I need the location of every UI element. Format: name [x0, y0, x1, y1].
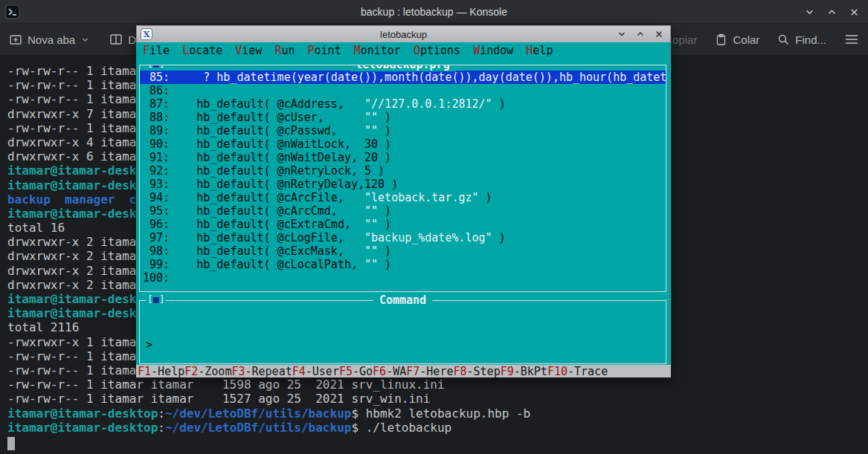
debugger-titlebar[interactable]: X letobackup — [136, 25, 671, 42]
menu-options[interactable]: Options — [414, 44, 460, 57]
paste-label: Colar — [733, 33, 759, 46]
split-view-icon — [109, 33, 123, 46]
search-icon — [777, 33, 790, 46]
debugger-menubar: FileLocateViewRunPointMonitorOptionsWind… — [136, 42, 671, 59]
paste-button[interactable]: Colar — [715, 33, 759, 46]
close-icon[interactable] — [849, 7, 859, 17]
source-line[interactable]: 93: hb_default( @nRetryDelay,120 ) — [140, 178, 666, 191]
debugger-window-title: letobackup — [137, 29, 670, 40]
fkey-f6[interactable]: F6-WA — [373, 365, 406, 377]
source-line[interactable]: 98: hb_default( @cExcMask, "" ) — [140, 244, 666, 258]
command-window-title: Command — [373, 294, 432, 307]
menu-window[interactable]: Window — [473, 44, 513, 57]
fkey-f9[interactable]: F9-BkPt — [501, 365, 547, 377]
konsole-titlebar[interactable]: backup : letobackup — Konsole — [0, 0, 868, 24]
fkey-f5[interactable]: F5-Go — [339, 365, 373, 377]
source-line[interactable]: 97: hb_default( @cLogFile, "backup_%date… — [140, 231, 666, 244]
fkey-f7[interactable]: F7-Here — [406, 365, 453, 377]
terminal-line: -rw-rw-r-- 1 itamar itamar 1598 ago 25 2… — [7, 377, 530, 392]
debugger-minimize-icon[interactable] — [617, 30, 626, 39]
hamburger-menu-icon[interactable] — [844, 33, 859, 45]
terminal-line: -rw-rw-r-- 1 itamar itamar 1527 ago 25 2… — [7, 392, 530, 406]
konsole-window: backup : letobackup — Konsole Nova aba — [0, 0, 868, 454]
menu-view[interactable]: View — [235, 44, 262, 57]
source-window-title: letobackup.prg — [350, 65, 455, 71]
source-line[interactable]: 90: hb_default( @nWaitLock, 30 ) — [140, 137, 666, 151]
source-line[interactable]: 100: — [140, 271, 666, 285]
debugger-window: X letobackup FileLocateViewRunPointMonit… — [136, 25, 671, 377]
fkey-f1[interactable]: F1-Help — [138, 365, 184, 377]
chevron-down-icon — [82, 36, 89, 43]
paste-icon — [715, 33, 727, 46]
menu-run[interactable]: Run — [274, 44, 295, 57]
command-close-widget[interactable]: [■] — [146, 294, 166, 305]
source-close-widget[interactable]: [■] — [146, 65, 166, 69]
source-line[interactable]: 88: hb_default( @cUser, "" ) — [140, 111, 666, 124]
source-line[interactable]: 99: hb_default( @cLocalPath, "" ) — [140, 258, 666, 271]
source-line[interactable]: 91: hb_default( @nWaitDelay, 20 ) — [140, 151, 666, 164]
fkey-f2[interactable]: F2-Zoom — [184, 365, 231, 377]
command-prompt[interactable]: > — [146, 338, 152, 351]
command-window: [■] Command > — [139, 300, 666, 364]
fkey-f3[interactable]: F3-Repeat — [231, 365, 292, 377]
menu-locate[interactable]: Locate — [182, 44, 222, 57]
debugger-maximize-icon[interactable] — [636, 30, 645, 39]
source-line[interactable]: 94: hb_default( @cArcFile, "letoback.tar… — [140, 191, 666, 204]
source-line-current[interactable]: 85: ? hb_datetime(year(date()),month(dat… — [140, 71, 666, 84]
source-code: 85: ? hb_datetime(year(date()),month(dat… — [140, 71, 666, 285]
source-window: [■] letobackup.prg 85: ? hb_datetime(yea… — [139, 65, 666, 292]
fkey-f8[interactable]: F8-Step — [453, 365, 500, 377]
menu-file[interactable]: File — [143, 44, 170, 57]
fkey-f10[interactable]: F10-Trace — [547, 365, 608, 377]
debugger-close-icon[interactable] — [655, 30, 663, 39]
debugger-client-area: [■] letobackup.prg 85: ? hb_datetime(yea… — [136, 59, 671, 365]
window-title: backup : letobackup — Konsole — [0, 0, 868, 24]
menu-point[interactable]: Point — [308, 44, 341, 57]
terminal-cursor — [7, 437, 15, 450]
menu-monitor[interactable]: Monitor — [354, 44, 401, 57]
source-line[interactable]: 95: hb_default( @cArcCmd, "" ) — [140, 204, 666, 218]
find-button[interactable]: Find... — [777, 33, 826, 46]
new-tab-icon — [9, 33, 22, 46]
new-tab-label: Nova aba — [28, 33, 75, 46]
source-line[interactable]: 86: — [140, 84, 666, 97]
terminal-line: itamar@itamar-desktop:~/dev/LetoDBf/util… — [7, 421, 530, 435]
fkey-f4[interactable]: F4-User — [292, 365, 339, 377]
find-label: Find... — [795, 33, 826, 46]
minimize-icon[interactable] — [805, 7, 814, 17]
source-line[interactable]: 89: hb_default( @cPasswd, "" ) — [140, 124, 666, 137]
terminal-line: itamar@itamar-desktop:~/dev/LetoDBf/util… — [7, 406, 530, 421]
maximize-icon[interactable] — [827, 7, 837, 17]
menu-help[interactable]: Help — [526, 44, 553, 57]
new-tab-button[interactable]: Nova aba — [9, 33, 89, 46]
function-key-bar: F1-Help F2-Zoom F3-Repeat F4-User F5-Go … — [136, 365, 671, 377]
source-line[interactable]: 96: hb_default( @cExtraCmd, "" ) — [140, 218, 666, 231]
source-line[interactable]: 92: hb_default( @nRetryLock, 5 ) — [140, 164, 666, 178]
source-line[interactable]: 87: hb_default( @cAddress, "//127.0.0.1:… — [140, 97, 666, 111]
